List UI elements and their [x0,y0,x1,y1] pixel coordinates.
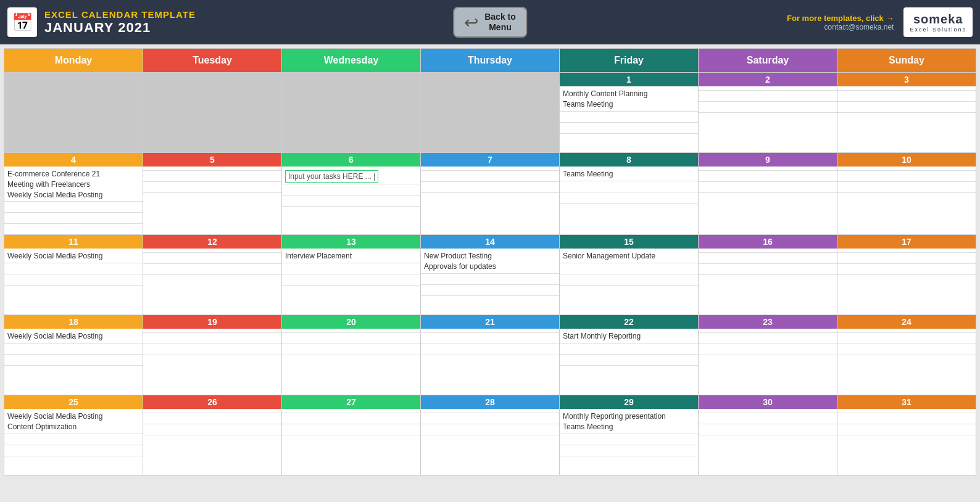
cal-cell-week3-day3: 13Interview Placement [282,235,421,315]
cell-content: Input your tasks HERE ... | [282,167,420,184]
empty-cell [282,73,420,152]
cell-line [699,112,837,123]
cal-cell-week1-day6: 2 [699,73,837,153]
calendar-table: MondayTuesdayWednesdayThursdayFridaySatu… [4,48,976,475]
cell-line [837,192,976,204]
cal-cell-week4-day4: 21 [421,315,560,395]
cal-cell-week4-day5: 22Start Monthly Reporting [560,315,699,395]
tagline-arrow: → [886,14,894,23]
cell-line [560,203,698,214]
cell-line [282,435,420,446]
cell-line [4,445,143,456]
cell-number: 28 [421,395,559,409]
cell-line [143,435,281,446]
cell-line [143,181,281,192]
cell-number: 8 [560,153,698,167]
cal-cell-week5-day7: 31 [837,395,976,475]
cell-line [282,274,420,285]
cell-line [143,344,281,355]
cal-cell-week5-day4: 28 [421,395,560,475]
event-text: Meeting with Freelancers [7,179,139,190]
cal-cell-week5-day2: 26 [143,395,282,475]
cell-line [560,263,698,274]
tagline-prefix: For more templates, click [787,14,886,23]
cell-number: 31 [837,395,976,409]
cell-line [560,445,698,456]
cell-line [421,295,559,307]
cell-line [560,354,698,365]
cal-cell-week1-day3 [282,73,421,153]
cell-content: Interview Placement [282,249,420,263]
header: 📅 EXCEL CALENDAR TEMPLATE JANUARY 2021 ↩… [0,0,980,44]
cal-cell-week4-day1: 18Weekly Social Media Posting [4,315,143,395]
cell-line [143,252,281,263]
cell-line [421,273,559,284]
week-row-2: 4E-commerce Conference 21Meeting with Fr… [4,153,976,235]
event-text: Monthly Reporting presentation [563,411,695,422]
cell-line [282,206,420,217]
cell-number: 13 [282,235,420,249]
cell-line [282,184,420,195]
cell-line [837,90,976,101]
cell-line [699,274,837,286]
day-header-friday: Friday [560,49,699,73]
cell-content: Monthly Content PlanningTeams Meeting [560,86,698,111]
back-to-menu-button[interactable]: ↩ Back toMenu [453,7,527,38]
cell-line [421,413,559,424]
cell-number: 14 [421,235,559,249]
cell-line [282,344,420,355]
header-tagline-block: For more templates, click → contact@some… [787,14,894,31]
cell-line [699,424,837,435]
cell-line [421,284,559,295]
cal-cell-week1-day4 [421,73,560,153]
cell-line [560,274,698,285]
cell-number: 16 [699,235,837,249]
cell-content: Weekly Social Media Posting [4,329,143,343]
event-text: Start Monthly Reporting [563,331,695,342]
cell-line [699,263,837,274]
cell-line [421,332,559,344]
cal-cell-week2-day2: 5 [143,153,282,235]
cell-line [282,263,420,274]
cell-number: 30 [699,395,837,409]
cell-line [560,192,698,203]
day-header-monday: Monday [4,49,143,73]
cell-line [421,424,559,435]
cell-line [4,365,143,376]
cell-line [421,355,559,366]
cal-cell-week2-day1: 4E-commerce Conference 21Meeting with Fr… [4,153,143,235]
cell-number: 1 [560,73,698,86]
cell-line [143,263,281,274]
cell-line [837,424,976,435]
cell-content: Monthly Reporting presentationTeams Meet… [560,409,698,434]
cal-cell-week5-day5: 29Monthly Reporting presentationTeams Me… [560,395,699,475]
someka-logo: someka Excel Solutions [903,7,973,37]
cell-line [4,285,143,296]
cell-line [699,170,837,181]
day-header-tuesday: Tuesday [143,49,282,73]
cell-number: 6 [282,153,420,167]
cal-cell-week3-day6: 16 [699,235,837,315]
cell-line [837,332,976,344]
header-tagline: For more templates, click → [787,14,894,23]
cal-cell-week4-day7: 24 [837,315,976,395]
task-input[interactable]: Input your tasks HERE ... | [285,170,378,183]
cal-cell-week5-day6: 30 [699,395,837,475]
cell-content: Teams Meeting [560,167,698,181]
cell-line [699,101,837,112]
cell-number: 18 [4,315,143,329]
cell-number: 11 [4,235,143,249]
week-row-3: 11Weekly Social Media Posting1213Intervi… [4,235,976,315]
cell-line [560,181,698,192]
event-text: Senior Management Update [563,251,695,261]
week-row-5: 25Weekly Social Media PostingContent Opt… [4,395,976,475]
cell-line [837,355,976,366]
cell-line [560,133,698,144]
cell-number: 21 [421,315,559,329]
cell-line [837,181,976,192]
cell-line [560,285,698,296]
cell-line [143,355,281,366]
cell-line [837,413,976,424]
cal-cell-week2-day4: 7 [421,153,560,235]
calendar-body: 1Monthly Content PlanningTeams Meeting23… [4,73,976,475]
